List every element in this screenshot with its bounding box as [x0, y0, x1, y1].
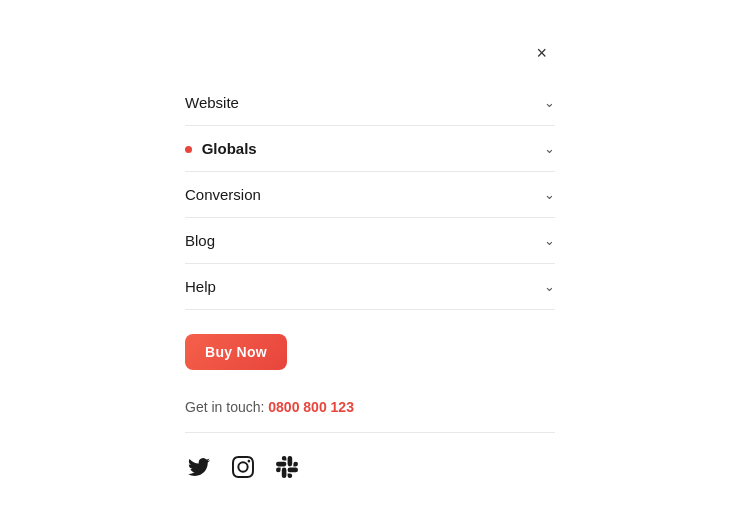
buy-now-button[interactable]: Buy Now — [185, 334, 287, 370]
chevron-down-icon: ⌄ — [544, 187, 555, 202]
chevron-down-icon: ⌄ — [544, 141, 555, 156]
close-button[interactable]: × — [528, 40, 555, 66]
instagram-link[interactable] — [229, 453, 257, 481]
slack-link[interactable] — [273, 453, 301, 481]
nav-list: Website ⌄ Globals ⌄ Conversion ⌄ — [185, 80, 555, 310]
contact-section: Get in touch: 0800 800 123 — [185, 398, 555, 433]
close-icon: × — [536, 43, 547, 63]
globals-indicator-dot — [185, 146, 192, 153]
modal-container: × Website ⌄ Globals ⌄ — [185, 40, 555, 481]
nav-item-blog-label: Blog — [185, 232, 215, 249]
nav-item-website-button[interactable]: Website ⌄ — [185, 80, 555, 125]
nav-item-globals: Globals ⌄ — [185, 126, 555, 172]
nav-item-globals-label: Globals — [202, 140, 257, 157]
nav-item-help-label: Help — [185, 278, 216, 295]
chevron-down-icon: ⌄ — [544, 233, 555, 248]
contact-phone: 0800 800 123 — [268, 399, 354, 415]
nav-menu: Website ⌄ Globals ⌄ Conversion ⌄ — [185, 80, 555, 310]
chevron-down-icon: ⌄ — [544, 95, 555, 110]
nav-item-conversion-label: Conversion — [185, 186, 261, 203]
nav-item-website-label: Website — [185, 94, 239, 111]
nav-item-help-button[interactable]: Help ⌄ — [185, 264, 555, 309]
nav-item-blog-button[interactable]: Blog ⌄ — [185, 218, 555, 263]
nav-item-globals-label-wrapper: Globals — [185, 140, 257, 157]
twitter-icon — [188, 456, 210, 478]
nav-item-conversion: Conversion ⌄ — [185, 172, 555, 218]
slack-icon — [276, 456, 298, 478]
social-links — [185, 453, 555, 481]
nav-item-website: Website ⌄ — [185, 80, 555, 126]
instagram-icon — [232, 456, 254, 478]
chevron-down-icon: ⌄ — [544, 279, 555, 294]
nav-item-help: Help ⌄ — [185, 264, 555, 310]
contact-prefix: Get in touch: — [185, 399, 268, 415]
nav-item-globals-button[interactable]: Globals ⌄ — [185, 126, 555, 171]
twitter-link[interactable] — [185, 453, 213, 481]
nav-item-blog: Blog ⌄ — [185, 218, 555, 264]
nav-item-conversion-button[interactable]: Conversion ⌄ — [185, 172, 555, 217]
